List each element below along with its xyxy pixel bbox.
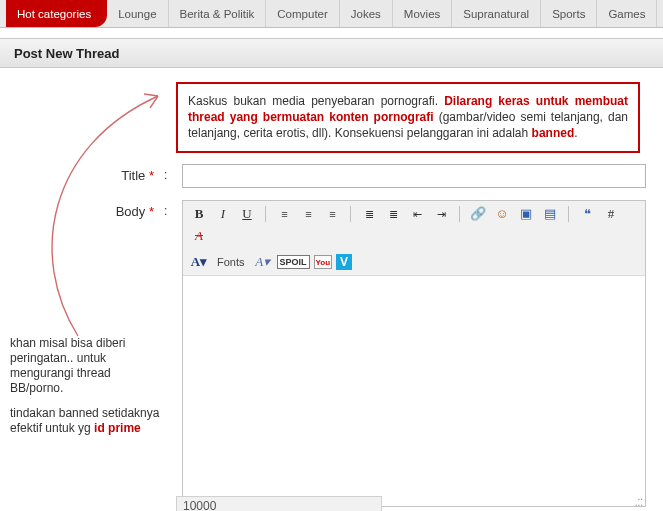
- indent-icon[interactable]: ⇥: [431, 205, 451, 223]
- editor-toolbar: B I U ≡ ≡ ≡ ≣ ≣ ⇤ ⇥ 🔗 ☺ ▣ ▤ ❝ # A: [183, 201, 645, 276]
- tab-supranatural[interactable]: Supranatural: [452, 0, 541, 27]
- tab-sports[interactable]: Sports: [541, 0, 597, 27]
- spoiler-button[interactable]: SPOIL: [277, 255, 310, 269]
- title-input[interactable]: [182, 164, 646, 188]
- resize-grip-icon[interactable]: .....: [633, 494, 643, 504]
- font-family-select[interactable]: Fonts: [213, 256, 249, 268]
- colon: :: [164, 200, 172, 218]
- body-textarea[interactable]: .....: [183, 276, 645, 506]
- nav-tabbar: Hot categories Lounge Berita & Politik C…: [0, 0, 663, 28]
- tab-computer[interactable]: Computer: [266, 0, 340, 27]
- editor: B I U ≡ ≡ ≡ ≣ ≣ ⇤ ⇥ 🔗 ☺ ▣ ▤ ❝ # A: [182, 200, 646, 507]
- content-area: khan misal bisa diberi peringatan.. untu…: [0, 68, 663, 508]
- smiley-icon[interactable]: ☺: [492, 205, 512, 223]
- underline-button[interactable]: U: [237, 205, 257, 223]
- link-icon[interactable]: 🔗: [468, 205, 488, 223]
- image-icon[interactable]: ▣: [516, 205, 536, 223]
- italic-button[interactable]: I: [213, 205, 233, 223]
- body-label: Body *: [62, 200, 154, 219]
- tab-lounge[interactable]: Lounge: [107, 0, 168, 27]
- row-title: Title * :: [62, 164, 646, 188]
- attachment-icon[interactable]: ▤: [540, 205, 560, 223]
- tab-berita-politik[interactable]: Berita & Politik: [169, 0, 267, 27]
- vimeo-icon[interactable]: V: [336, 254, 352, 270]
- tab-otomo[interactable]: Otomo: [657, 0, 663, 27]
- char-counter: 10000: [176, 496, 382, 511]
- tab-hot-categories[interactable]: Hot categories: [6, 0, 107, 27]
- tab-movies[interactable]: Movies: [393, 0, 452, 27]
- outdent-icon[interactable]: ⇤: [407, 205, 427, 223]
- list-unordered-icon[interactable]: ≣: [383, 205, 403, 223]
- font-color-icon[interactable]: A▾: [189, 253, 209, 271]
- tab-jokes[interactable]: Jokes: [340, 0, 393, 27]
- row-body: Body * : B I U ≡ ≡ ≡ ≣ ≣ ⇤ ⇥ 🔗 ☺ ▣ ▤: [62, 200, 646, 507]
- font-size-icon[interactable]: A▾: [253, 253, 273, 271]
- warning-box: Kaskus bukan media penyebaran pornografi…: [176, 82, 640, 153]
- align-right-icon[interactable]: ≡: [322, 205, 342, 223]
- hash-button[interactable]: #: [601, 205, 621, 223]
- colon: :: [164, 164, 172, 182]
- list-ordered-icon[interactable]: ≣: [359, 205, 379, 223]
- title-label: Title *: [62, 164, 154, 183]
- bold-button[interactable]: B: [189, 205, 209, 223]
- align-center-icon[interactable]: ≡: [298, 205, 318, 223]
- quote-icon[interactable]: ❝: [577, 205, 597, 223]
- page-title: Post New Thread: [0, 38, 663, 68]
- tab-games[interactable]: Games: [597, 0, 657, 27]
- strike-icon[interactable]: A: [189, 227, 209, 245]
- align-left-icon[interactable]: ≡: [274, 205, 294, 223]
- youtube-icon[interactable]: You: [314, 255, 333, 269]
